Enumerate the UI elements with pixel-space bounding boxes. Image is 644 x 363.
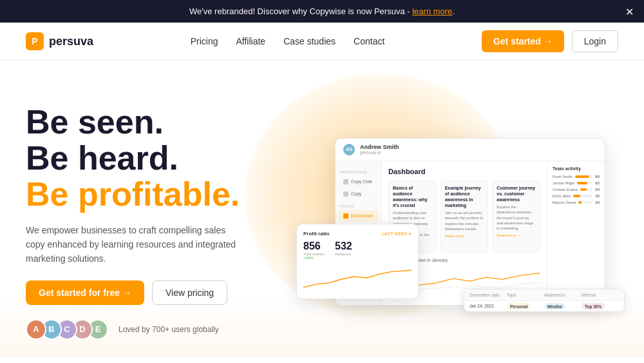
nav-contact[interactable]: Contact bbox=[354, 36, 384, 46]
hero-left: Be seen. Be heard. Be profitable. We emp… bbox=[26, 104, 245, 340]
profit-period[interactable]: LAST WEEK ▾ bbox=[382, 231, 412, 237]
nav-case-studies[interactable]: Case studies bbox=[283, 36, 336, 46]
hero-line3: Be profitable. bbox=[26, 175, 240, 213]
hero-heading: Be seen. Be heard. Be profitable. bbox=[26, 104, 245, 212]
dashboard-team: Team activity Push Smith 80 Jordan Right… bbox=[547, 161, 605, 306]
nav-links: Pricing Affiliate Case studies Contact bbox=[191, 36, 385, 46]
dashboard-avatar: AS bbox=[343, 144, 355, 155]
team-row-3: Cristian Evans 50 bbox=[553, 188, 600, 191]
hero-line2: Be heard. bbox=[26, 139, 178, 177]
hero-cta-button[interactable]: Get started for free → bbox=[26, 280, 144, 305]
logo-text: persuva bbox=[49, 35, 93, 48]
hero-right: AS Andrew Smith persuva.io WORKSPACE Cop… bbox=[309, 138, 618, 306]
dashboard-card-3: Customer journey vs. customer awareness … bbox=[492, 181, 540, 253]
profit-num2: 532 Audience bbox=[335, 240, 352, 260]
dashboard-card-2: Example journey of audience awareness in… bbox=[440, 181, 489, 253]
team-row-5: Bayron Stone 20 bbox=[553, 201, 600, 204]
dashboard-user-sub: persuva.io bbox=[360, 150, 399, 155]
profit-header: Profit ratio LAST WEEK ▾ bbox=[303, 231, 412, 237]
navbar: P persuva Pricing Affiliate Case studies… bbox=[0, 23, 644, 61]
nav-login-button[interactable]: Login bbox=[572, 30, 618, 52]
avatar-1: A bbox=[26, 319, 46, 340]
view-pricing-button[interactable]: View pricing bbox=[152, 280, 227, 305]
dashboard-user-name: Andrew Smith bbox=[360, 144, 399, 150]
logo[interactable]: P persuva bbox=[26, 32, 93, 50]
announcement-text: We've rebranded! Discover why Copywise i… bbox=[189, 6, 412, 16]
team-title: Team activity bbox=[553, 166, 600, 171]
nav-pricing[interactable]: Pricing bbox=[191, 36, 218, 46]
table-header: Generation date Topic Awareness Method bbox=[464, 289, 624, 301]
profit-num1: 856 Total visitors +24% bbox=[303, 240, 325, 260]
table-row-1: Jan 24, 2023 Personal Mindful Top 30% bbox=[464, 301, 624, 311]
dashboard-title: Dashboard bbox=[388, 168, 540, 175]
hero-line1: Be seen. bbox=[26, 103, 164, 141]
nav-affiliate[interactable]: Affiliate bbox=[236, 36, 265, 46]
team-row-4: Erich Allen 35 bbox=[553, 194, 600, 198]
sidebar-item-dashboard[interactable]: Dashboard bbox=[338, 210, 379, 222]
nav-get-started-button[interactable]: Get started → bbox=[482, 30, 564, 52]
sidebar-item-copy-cola[interactable]: Copy Cola bbox=[338, 176, 379, 188]
close-announcement-button[interactable]: ✕ bbox=[625, 5, 634, 17]
team-row-1: Push Smith 80 bbox=[553, 175, 600, 179]
hero-description: We empower businesses to craft compellin… bbox=[26, 223, 245, 266]
hero-section: Be seen. Be heard. Be profitable. We emp… bbox=[0, 61, 644, 357]
profit-numbers: 856 Total visitors +24% 532 Audience bbox=[303, 240, 412, 260]
user-label: Loved by 700+ users globally bbox=[118, 325, 219, 334]
hero-buttons: Get started for free → View pricing bbox=[26, 280, 245, 305]
table-overlay: Generation date Topic Awareness Method J… bbox=[464, 289, 625, 312]
team-row-2: Jordan Right 65 bbox=[553, 181, 600, 185]
announcement-link[interactable]: learn more bbox=[412, 6, 452, 16]
user-row: A B C D E Loved by 700+ users globally bbox=[26, 319, 245, 340]
profit-chart-svg bbox=[303, 265, 412, 291]
dashboard-header: AS Andrew Smith persuva.io bbox=[336, 139, 605, 161]
profit-title: Profit ratio bbox=[303, 231, 329, 237]
avatars: A B C D E bbox=[26, 319, 103, 340]
sidebar-item-copy[interactable]: Copy bbox=[338, 188, 379, 200]
nav-actions: Get started → Login bbox=[482, 30, 618, 52]
profit-card: Profit ratio LAST WEEK ▾ 856 Total visit… bbox=[296, 224, 419, 299]
logo-icon: P bbox=[26, 32, 44, 50]
announcement-bar: We've rebranded! Discover why Copywise i… bbox=[0, 0, 644, 23]
